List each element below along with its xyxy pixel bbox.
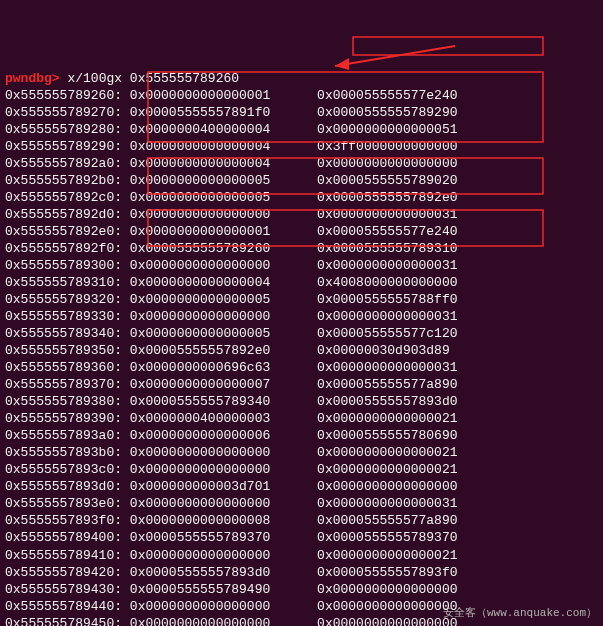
row-value-2: 0x000055555577a890	[317, 513, 457, 528]
row-value-1: 0x0000555555789370	[130, 530, 270, 545]
row-value-1: 0x0000000000000004	[130, 139, 270, 154]
row-address: 0x555555789340:	[5, 326, 122, 341]
row-value-2: 0x0000000000000000	[317, 582, 457, 597]
row-value-1: 0x0000000000000000	[130, 496, 270, 511]
memory-row: 0x5555557893c0: 0x0000000000000000 0x000…	[5, 461, 603, 478]
memory-row: 0x555555789340: 0x0000000000000005 0x000…	[5, 325, 603, 342]
row-value-2: 0x000055555577c120	[317, 326, 457, 341]
row-address: 0x555555789420:	[5, 565, 122, 580]
memory-row: 0x5555557893d0: 0x000000000003d701 0x000…	[5, 478, 603, 495]
memory-row: 0x5555557893a0: 0x0000000000000006 0x000…	[5, 427, 603, 444]
row-address: 0x5555557892c0:	[5, 190, 122, 205]
row-value-2: 0x00005555557893d0	[317, 394, 457, 409]
row-address: 0x5555557892e0:	[5, 224, 122, 239]
row-value-1: 0x0000000000000000	[130, 462, 270, 477]
memory-row: 0x555555789390: 0x0000000400000003 0x000…	[5, 410, 603, 427]
memory-row: 0x555555789260: 0x0000000000000001 0x000…	[5, 87, 603, 104]
row-value-1: 0x0000000000000000	[130, 309, 270, 324]
row-value-2: 0x0000000000000031	[317, 360, 457, 375]
memory-row: 0x5555557893b0: 0x0000000000000000 0x000…	[5, 444, 603, 461]
row-value-1: 0x0000000000000004	[130, 275, 270, 290]
row-address: 0x5555557892a0:	[5, 156, 122, 171]
row-value-2: 0x0000555555789020	[317, 173, 457, 188]
row-address: 0x555555789270:	[5, 105, 122, 120]
row-address: 0x5555557893c0:	[5, 462, 122, 477]
row-value-2: 0x00000030d903d89	[317, 343, 450, 358]
row-value-2: 0x0000000000000021	[317, 411, 457, 426]
row-value-2: 0x0000000000000021	[317, 445, 457, 460]
row-value-1: 0x0000000000000006	[130, 428, 270, 443]
row-value-1: 0x000000000003d701	[130, 479, 270, 494]
row-address: 0x5555557892d0:	[5, 207, 122, 222]
row-address: 0x5555557893f0:	[5, 513, 122, 528]
row-value-2: 0x0000000000000031	[317, 258, 457, 273]
row-address: 0x555555789390:	[5, 411, 122, 426]
row-address: 0x555555789440:	[5, 599, 122, 614]
row-value-1: 0x0000000400000004	[130, 122, 270, 137]
memory-row: 0x555555789370: 0x0000000000000007 0x000…	[5, 376, 603, 393]
row-value-2: 0x000055555577a890	[317, 377, 457, 392]
row-value-2: 0x0000000000000031	[317, 207, 457, 222]
row-value-2: 0x0000000000000031	[317, 496, 457, 511]
row-value-2: 0x0000000000000000	[317, 616, 457, 626]
memory-row: 0x5555557893f0: 0x0000000000000008 0x000…	[5, 512, 603, 529]
memory-row: 0x555555789420: 0x00005555557893d0 0x000…	[5, 564, 603, 581]
memory-row: 0x555555789320: 0x0000000000000005 0x000…	[5, 291, 603, 308]
row-value-1: 0x0000000000000005	[130, 326, 270, 341]
row-value-1: 0x0000000000000001	[130, 224, 270, 239]
row-value-1: 0x0000000000696c63	[130, 360, 270, 375]
row-value-1: 0x0000000000000005	[130, 292, 270, 307]
row-address: 0x555555789260:	[5, 88, 122, 103]
row-address: 0x555555789330:	[5, 309, 122, 324]
row-address: 0x5555557893a0:	[5, 428, 122, 443]
row-value-2: 0x0000000000000021	[317, 462, 457, 477]
row-value-2: 0x0000555555789290	[317, 105, 457, 120]
memory-row: 0x5555557892d0: 0x0000000000000000 0x000…	[5, 206, 603, 223]
row-value-2: 0x0000000000000000	[317, 479, 457, 494]
row-value-1: 0x0000555555789260	[130, 241, 270, 256]
row-address: 0x5555557893b0:	[5, 445, 122, 460]
row-address: 0x5555557893d0:	[5, 479, 122, 494]
row-address: 0x555555789410:	[5, 548, 122, 563]
row-value-1: 0x0000000000000000	[130, 445, 270, 460]
row-value-2: 0x0000000000000031	[317, 309, 457, 324]
watermark: 安全客（www.anquake.com）	[443, 606, 597, 620]
prompt-arrow: >	[52, 71, 60, 86]
memory-row: 0x5555557892b0: 0x0000000000000005 0x000…	[5, 172, 603, 189]
memory-row: 0x5555557892c0: 0x0000000000000005 0x000…	[5, 189, 603, 206]
memory-row: 0x555555789330: 0x0000000000000000 0x000…	[5, 308, 603, 325]
row-value-1: 0x0000000000000001	[130, 88, 270, 103]
row-value-1: 0x0000000000000000	[130, 599, 270, 614]
memory-row: 0x555555789290: 0x0000000000000004 0x3ff…	[5, 138, 603, 155]
memory-row: 0x555555789410: 0x0000000000000000 0x000…	[5, 547, 603, 564]
memory-row: 0x555555789430: 0x0000555555789490 0x000…	[5, 581, 603, 598]
row-value-2: 0x4008000000000000	[317, 275, 457, 290]
row-value-2: 0x0000000000000051	[317, 122, 457, 137]
memory-row: 0x555555789280: 0x0000000400000004 0x000…	[5, 121, 603, 138]
terminal-output: pwndbg> x/100gx 0x5555557892600x55555578…	[5, 70, 603, 626]
memory-row: 0x555555789310: 0x0000000000000004 0x400…	[5, 274, 603, 291]
memory-row: 0x555555789300: 0x0000000000000000 0x000…	[5, 257, 603, 274]
svg-marker-5	[335, 58, 349, 70]
row-address: 0x5555557892b0:	[5, 173, 122, 188]
row-address: 0x5555557893e0:	[5, 496, 122, 511]
svg-rect-0	[353, 37, 543, 55]
row-address: 0x555555789320:	[5, 292, 122, 307]
row-value-1: 0x00005555557893d0	[130, 565, 270, 580]
memory-row: 0x5555557892e0: 0x0000000000000001 0x000…	[5, 223, 603, 240]
row-address: 0x555555789360:	[5, 360, 122, 375]
row-value-2: 0x0000000000000021	[317, 548, 457, 563]
row-value-1: 0x0000000000000000	[130, 258, 270, 273]
memory-row: 0x5555557892a0: 0x0000000000000004 0x000…	[5, 155, 603, 172]
row-value-2: 0x00005555557893f0	[317, 565, 457, 580]
row-address: 0x555555789300:	[5, 258, 122, 273]
row-value-1: 0x0000000000000005	[130, 173, 270, 188]
memory-row: 0x555555789400: 0x0000555555789370 0x000…	[5, 529, 603, 546]
row-value-1: 0x0000000000000007	[130, 377, 270, 392]
row-address: 0x555555789280:	[5, 122, 122, 137]
memory-row: 0x555555789350: 0x00005555557892e0 0x000…	[5, 342, 603, 359]
memory-row: 0x5555557892f0: 0x0000555555789260 0x000…	[5, 240, 603, 257]
row-value-2: 0x0000000000000000	[317, 599, 457, 614]
row-address: 0x555555789380:	[5, 394, 122, 409]
memory-row: 0x5555557893e0: 0x0000000000000000 0x000…	[5, 495, 603, 512]
